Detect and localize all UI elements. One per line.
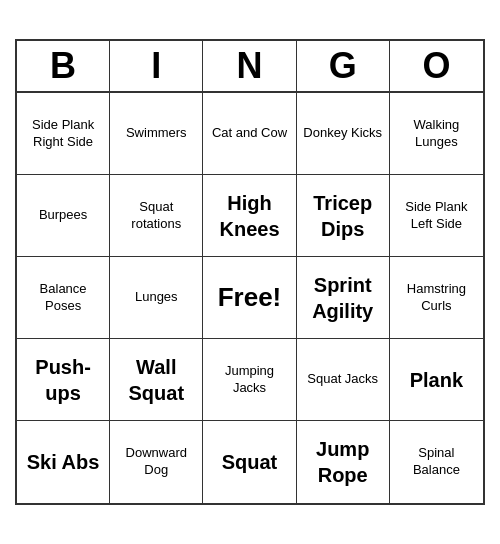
bingo-cell-7: High Knees [203, 175, 296, 257]
header-letter-g: G [297, 41, 390, 91]
bingo-cell-13: Sprint Agility [297, 257, 390, 339]
bingo-cell-23: Jump Rope [297, 421, 390, 503]
header-letter-b: B [17, 41, 110, 91]
bingo-cell-21: Downward Dog [110, 421, 203, 503]
bingo-cell-5: Burpees [17, 175, 110, 257]
bingo-cell-24: Spinal Balance [390, 421, 483, 503]
bingo-cell-4: Walking Lunges [390, 93, 483, 175]
bingo-cell-22: Squat [203, 421, 296, 503]
bingo-cell-3: Donkey Kicks [297, 93, 390, 175]
bingo-cell-12: Free! [203, 257, 296, 339]
bingo-cell-1: Swimmers [110, 93, 203, 175]
bingo-cell-0: Side Plank Right Side [17, 93, 110, 175]
bingo-cell-15: Push-ups [17, 339, 110, 421]
bingo-cell-11: Lunges [110, 257, 203, 339]
header-letter-n: N [203, 41, 296, 91]
bingo-cell-14: Hamstring Curls [390, 257, 483, 339]
bingo-card: BINGO Side Plank Right SideSwimmersCat a… [15, 39, 485, 505]
bingo-header: BINGO [17, 41, 483, 93]
bingo-cell-9: Side Plank Left Side [390, 175, 483, 257]
bingo-grid: Side Plank Right SideSwimmersCat and Cow… [17, 93, 483, 503]
bingo-cell-10: Balance Poses [17, 257, 110, 339]
header-letter-i: I [110, 41, 203, 91]
bingo-cell-17: Jumping Jacks [203, 339, 296, 421]
header-letter-o: O [390, 41, 483, 91]
bingo-cell-16: Wall Squat [110, 339, 203, 421]
bingo-cell-6: Squat rotations [110, 175, 203, 257]
bingo-cell-8: Tricep Dips [297, 175, 390, 257]
bingo-cell-18: Squat Jacks [297, 339, 390, 421]
bingo-cell-2: Cat and Cow [203, 93, 296, 175]
bingo-cell-19: Plank [390, 339, 483, 421]
bingo-cell-20: Ski Abs [17, 421, 110, 503]
